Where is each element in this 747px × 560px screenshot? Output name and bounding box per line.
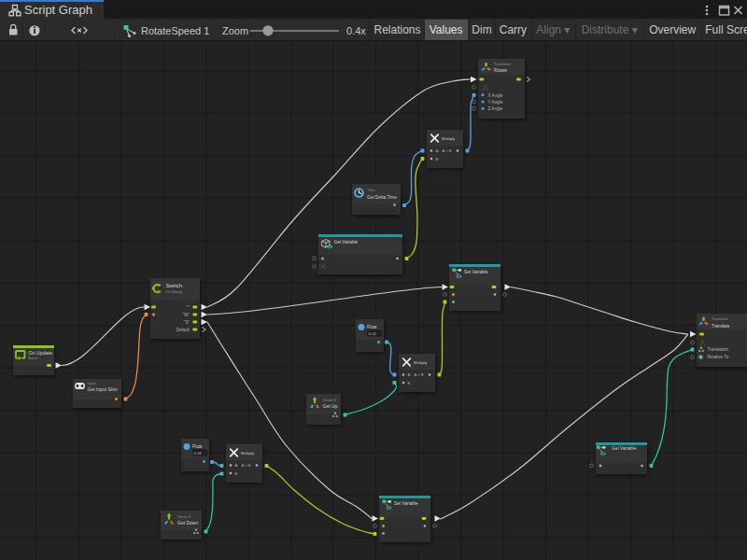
svg-text:A × B: A × B — [443, 148, 452, 153]
svg-text:Transform: Transform — [494, 62, 511, 66]
svg-text:Transform: Transform — [712, 316, 728, 321]
svg-text:A: A — [408, 372, 411, 377]
svg-text:Get Variable: Get Variable — [334, 240, 359, 245]
svg-text:Vector 3: Vector 3 — [177, 514, 190, 519]
svg-text:Multiply: Multiply — [414, 360, 428, 365]
svg-text:Rotate: Rotate — [494, 68, 507, 73]
svg-text:Default: Default — [176, 328, 190, 332]
svg-text:0.01: 0.01 — [194, 451, 203, 455]
svg-text:Get Variable: Get Variable — [612, 446, 637, 451]
svg-text:X Angle: X Angle — [488, 93, 503, 98]
svg-text:Relative To: Relative To — [708, 355, 729, 359]
svg-text:B: B — [408, 381, 411, 385]
svg-text:B: B — [436, 157, 439, 161]
svg-text:Multiply: Multiply — [442, 136, 456, 141]
svg-text:Input: Input — [88, 381, 97, 385]
svg-text:Event: Event — [29, 356, 39, 360]
svg-text:Multiply: Multiply — [241, 451, 255, 455]
svg-text:A: A — [235, 463, 238, 468]
svg-text:Vector 3: Vector 3 — [323, 398, 336, 402]
svg-text:Set Variable: Set Variable — [464, 270, 488, 274]
svg-text:Z Angle: Z Angle — [488, 106, 503, 111]
svg-text:Get Input Strin: Get Input Strin — [88, 386, 118, 392]
svg-text:Time: Time — [367, 188, 375, 192]
svg-text:Get Delta Time: Get Delta Time — [367, 195, 397, 200]
svg-text:"W": "W" — [183, 313, 190, 317]
svg-text:Set Variable: Set Variable — [394, 501, 418, 506]
svg-text:Get Down: Get Down — [177, 520, 198, 525]
svg-text:A: A — [436, 148, 439, 153]
svg-text:On String: On String — [166, 289, 183, 294]
svg-text:Float: Float — [367, 325, 377, 329]
svg-text:A × B: A × B — [242, 463, 251, 468]
svg-text:B: B — [235, 471, 238, 476]
svg-text:"": "" — [187, 305, 190, 310]
svg-text:Translation: Translation — [708, 347, 729, 352]
svg-text:Switch: Switch — [166, 283, 183, 288]
svg-text:0.01: 0.01 — [369, 331, 377, 336]
svg-text:Float: Float — [192, 444, 203, 449]
svg-text:A × B: A × B — [415, 372, 424, 377]
svg-text:"S": "S" — [184, 320, 190, 325]
svg-text:Get Up: Get Up — [323, 403, 338, 409]
svg-text:Y Angle: Y Angle — [488, 100, 503, 105]
svg-text:Translate: Translate — [712, 324, 730, 329]
